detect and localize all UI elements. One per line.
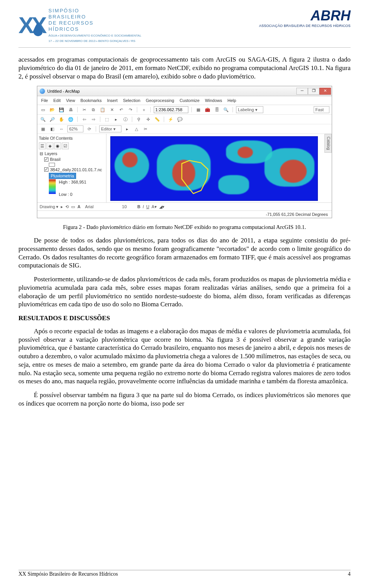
body-content: acessados em programas computacionais de… [0, 55, 369, 408]
close-button[interactable]: ✕ [319, 88, 331, 95]
para-1: acessados em programas computacionais de… [18, 55, 351, 80]
menu-insert[interactable]: Insert [107, 98, 118, 103]
select-icon[interactable]: ⬚ [103, 116, 110, 123]
para-3: Posteriormente, utilizando-se de dados p… [18, 275, 351, 309]
split-icon[interactable]: ✂ [142, 125, 149, 132]
layer2-checkbox[interactable] [44, 167, 48, 172]
paste-icon[interactable]: 📋 [99, 106, 106, 113]
font-size-combo[interactable]: 10 [122, 204, 135, 209]
find-icon[interactable]: ⚲ [135, 116, 142, 123]
menu-customize[interactable]: Customize [180, 98, 199, 103]
layer1-checkbox[interactable] [44, 157, 48, 162]
menu-file[interactable]: File [41, 98, 48, 103]
section-heading: RESULTADOS E DISCUSSÕES [18, 314, 351, 322]
pan-icon[interactable]: ✋ [58, 116, 65, 123]
fast-combo[interactable]: Fast [314, 106, 329, 113]
header-divider [18, 47, 351, 48]
redo-icon[interactable]: ↷ [127, 106, 134, 113]
layer2-band[interactable]: Pluviometria [49, 173, 76, 179]
catalog-tab[interactable]: Catalog [324, 134, 332, 152]
print-icon[interactable]: 🖶 [67, 106, 74, 113]
zoom-in-icon[interactable]: 🔍 [40, 116, 47, 123]
map-canvas[interactable] [110, 136, 318, 201]
minimize-button[interactable]: ─ [296, 88, 308, 95]
para-5: É possível observar também na figura 3 q… [18, 391, 351, 408]
menu-view[interactable]: View [66, 98, 75, 103]
rotate-icon[interactable]: ⟲ [65, 204, 69, 209]
labeling-combo[interactable]: Labeling ▾ [236, 106, 263, 113]
refresh-icon[interactable]: ⟳ [86, 125, 93, 132]
legend-low: Low : 0 [59, 192, 86, 197]
edit-vertices-icon[interactable]: △ [133, 125, 140, 132]
toolbar-2: 🔍 🔎 ✋ 🌐 ⇦ ⇨ ⬚ ▸ ⓘ ⚲ ✢ 📏 ⚡ 💬 [37, 115, 332, 124]
undo-icon[interactable]: ↶ [118, 106, 125, 113]
water-drop-icon [32, 22, 44, 36]
menu-geoprocessing[interactable]: Geoprocessing [146, 98, 174, 103]
pointer-icon[interactable]: ▸ [113, 116, 120, 123]
save-icon[interactable]: 💾 [58, 106, 65, 113]
layer2-label[interactable]: 3B42_daily.2011.01.01.7.nc [50, 167, 102, 172]
editor-combo[interactable]: Editor ▾ [99, 125, 121, 132]
layers-node[interactable]: ⊟ [40, 151, 43, 156]
fill-color-icon[interactable]: ◢▾ [159, 204, 165, 209]
logo-left-text: SIMPÓSIO BRASILEIRO DE RECURSOS HÍDRICOS… [48, 8, 141, 43]
identify-icon[interactable]: ⓘ [122, 116, 129, 123]
menu-bookmarks[interactable]: Bookmarks [80, 98, 101, 103]
maximize-button[interactable]: ❐ [308, 88, 319, 95]
zoom-combo[interactable]: 62% [67, 125, 83, 132]
toolbar-3: ▦ ◧ ↔ 62% ⟳ Editor ▾ ▸ △ ✂ [37, 124, 332, 134]
abrh-sub: ASSOCIAÇÃO BRASILEIRA DE RECURSOS HÍDRIC… [259, 24, 351, 28]
scale-input[interactable] [154, 106, 188, 113]
bold-button[interactable]: B [137, 204, 140, 209]
delete-icon[interactable]: ✕ [108, 106, 115, 113]
menu-edit[interactable]: Edit [53, 98, 61, 103]
effects-icon[interactable]: ◧ [49, 125, 56, 132]
underline-button[interactable]: U [146, 204, 149, 209]
cut-icon[interactable]: ✂ [81, 106, 88, 113]
layer1-label[interactable]: Brasil [50, 157, 61, 162]
toc-list-by-source-icon[interactable]: ◈ [47, 142, 53, 149]
font-combo[interactable]: Arial [85, 204, 120, 209]
georef-icon[interactable]: ▦ [40, 125, 47, 132]
open-icon[interactable]: 📂 [49, 106, 56, 113]
drawing-combo[interactable]: Drawing ▾ [40, 204, 58, 209]
window-title: Untitled - ArcMap [47, 89, 80, 94]
toc-list-by-drawing-icon[interactable]: ☰ [39, 142, 46, 149]
forward-icon[interactable]: ⇨ [90, 116, 97, 123]
legend-high: High : 368,951 [59, 179, 86, 185]
toc-list-by-selection-icon[interactable]: ☑ [62, 142, 69, 149]
html-popup-icon[interactable]: 💬 [176, 116, 183, 123]
select-elements-icon[interactable]: ▸ [61, 204, 63, 209]
measure-icon[interactable]: 📏 [154, 116, 161, 123]
arcmap-window: Untitled - ArcMap ─ ❐ ✕ File Edit View B… [37, 86, 332, 218]
swipe-icon[interactable]: ↔ [58, 125, 65, 132]
italic-button[interactable]: I [143, 204, 144, 209]
add-data-icon[interactable]: ＋ [140, 106, 147, 113]
catalog-icon[interactable]: 🗄 [213, 106, 220, 113]
edit-tool-icon[interactable]: ▸ [124, 125, 131, 132]
editor-toolbar-icon[interactable]: ▦ [195, 106, 202, 113]
goto-xy-icon[interactable]: ✢ [145, 116, 151, 123]
footer-page: 4 [348, 571, 351, 577]
brasil-outline [178, 160, 211, 194]
rectangle-icon[interactable]: ▭ [71, 204, 75, 209]
font-color-icon[interactable]: A▾ [151, 204, 156, 209]
text-tool-icon[interactable]: A [77, 204, 80, 209]
drawing-toolbar: Drawing ▾ ▸ ⟲ ▭ A Arial 10 B I U A▾ ◢▾ [37, 202, 332, 210]
page-header: X X SIMPÓSIO BRASILEIRO DE RECURSOS HÍDR… [0, 0, 369, 46]
full-extent-icon[interactable]: 🌐 [67, 116, 74, 123]
menu-windows[interactable]: Windows [205, 98, 222, 103]
abrh-logo: ABRH [311, 8, 351, 24]
menu-help[interactable]: Help [228, 98, 236, 103]
search-icon[interactable]: 🔍 [223, 106, 229, 113]
copy-icon[interactable]: ⧉ [90, 106, 97, 113]
hyperlink-icon[interactable]: ⚡ [167, 116, 174, 123]
back-icon[interactable]: ⇦ [81, 116, 88, 123]
zoom-out-icon[interactable]: 🔎 [49, 116, 56, 123]
xx-logo: X X [18, 16, 45, 35]
new-icon[interactable]: ▭ [40, 106, 47, 113]
toolbox-icon[interactable]: 🧰 [204, 106, 211, 113]
toc-list-by-visibility-icon[interactable]: ◉ [54, 142, 61, 149]
page-footer: XX Simpósio Brasileiro de Recursos Hídri… [18, 570, 351, 577]
menu-selection[interactable]: Selection [123, 98, 140, 103]
